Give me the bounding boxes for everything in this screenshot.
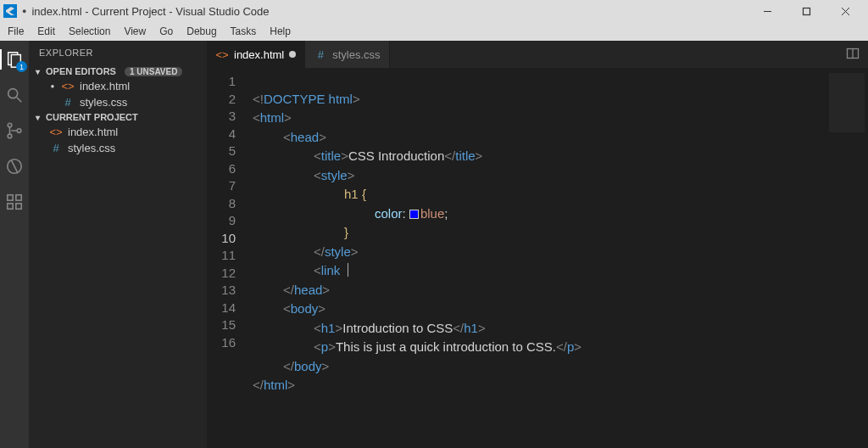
html-file-icon: <>: [215, 48, 229, 61]
svg-rect-14: [16, 195, 21, 200]
editor-area: <> index.html # styles.css 1234567891011…: [207, 41, 868, 448]
window-titlebar: ● index.html - Current Project - Visual …: [0, 0, 868, 22]
open-editors-header[interactable]: ▾ OPEN EDITORS 1 UNSAVED: [29, 64, 207, 78]
split-editor-icon[interactable]: [846, 47, 860, 63]
svg-rect-15: [8, 204, 13, 209]
unsaved-badge: 1 UNSAVED: [125, 67, 183, 76]
open-editor-item[interactable]: # styles.css: [29, 94, 207, 110]
chevron-down-icon: ▾: [32, 113, 42, 122]
vscode-logo-icon: [3, 4, 17, 18]
activity-explorer-button[interactable]: 1: [4, 49, 25, 70]
explorer-sidebar: EXPLORER ▾ OPEN EDITORS 1 UNSAVED ● <> i…: [29, 41, 207, 448]
menu-debug[interactable]: Debug: [181, 24, 222, 39]
menu-edit[interactable]: Edit: [31, 24, 61, 39]
html-file-icon: <>: [49, 126, 63, 138]
file-name: index.html: [68, 126, 118, 138]
tab-label: styles.css: [332, 48, 380, 61]
window-close-button[interactable]: [832, 3, 858, 20]
sidebar-title: EXPLORER: [29, 41, 207, 64]
text-cursor: [348, 263, 348, 277]
open-editor-item[interactable]: ● <> index.html: [29, 78, 207, 94]
project-label: CURRENT PROJECT: [46, 112, 138, 122]
open-editors-label: OPEN EDITORS: [46, 66, 116, 76]
menu-go[interactable]: Go: [153, 24, 179, 39]
dirty-dot-icon: [289, 51, 296, 58]
project-header[interactable]: ▾ CURRENT PROJECT: [29, 110, 207, 124]
project-file-item[interactable]: # styles.css: [29, 140, 207, 156]
svg-rect-16: [16, 204, 21, 209]
minimap-thumb: [829, 73, 865, 132]
file-name: index.html: [80, 80, 130, 92]
activity-git-button[interactable]: [4, 120, 25, 141]
menu-tasks[interactable]: Tasks: [225, 24, 263, 39]
tab-index-html[interactable]: <> index.html: [207, 41, 305, 68]
html-file-icon: <>: [61, 80, 75, 92]
window-title: index.html - Current Project - Visual St…: [31, 5, 269, 18]
file-name: styles.css: [80, 96, 127, 109]
css-file-icon: #: [49, 142, 63, 154]
activity-bar: 1: [0, 41, 29, 448]
tab-styles-css[interactable]: # styles.css: [305, 41, 389, 68]
activity-debug-button[interactable]: [4, 156, 25, 176]
line-gutter: 12345678910111213141516: [207, 68, 248, 448]
dirty-dot-icon: ●: [22, 7, 26, 15]
minimap[interactable]: [826, 68, 868, 448]
file-name: styles.css: [68, 142, 115, 154]
svg-point-6: [8, 89, 18, 98]
svg-point-8: [8, 123, 12, 127]
project-file-item[interactable]: <> index.html: [29, 124, 207, 140]
menu-selection[interactable]: Selection: [63, 24, 116, 39]
activity-explorer-badge: 1: [16, 61, 27, 72]
color-swatch-icon: [409, 210, 419, 219]
css-file-icon: #: [61, 96, 75, 109]
menu-file[interactable]: File: [2, 24, 30, 39]
activity-extensions-button[interactable]: [4, 192, 25, 212]
svg-rect-13: [8, 195, 13, 200]
dirty-dot-icon: ●: [49, 82, 56, 90]
editor-body[interactable]: 12345678910111213141516 <!DOCTYPE html> …: [207, 68, 868, 448]
activity-search-button[interactable]: [4, 85, 25, 105]
window-maximize-button[interactable]: [793, 3, 819, 20]
chevron-down-icon: ▾: [32, 67, 42, 76]
svg-line-12: [11, 160, 17, 173]
css-file-icon: #: [314, 48, 327, 61]
svg-point-9: [8, 134, 12, 138]
menu-bar: File Edit Selection View Go Debug Tasks …: [0, 22, 868, 41]
editor-tabs: <> index.html # styles.css: [207, 41, 868, 68]
menu-view[interactable]: View: [118, 24, 152, 39]
svg-rect-1: [803, 8, 810, 14]
svg-line-7: [17, 98, 22, 103]
menu-help[interactable]: Help: [264, 24, 297, 39]
code-content[interactable]: <!DOCTYPE html> <html> <head> <title>CSS…: [248, 68, 826, 448]
window-minimize-button[interactable]: [754, 3, 780, 20]
tab-label: index.html: [234, 48, 284, 61]
svg-point-10: [17, 129, 21, 133]
